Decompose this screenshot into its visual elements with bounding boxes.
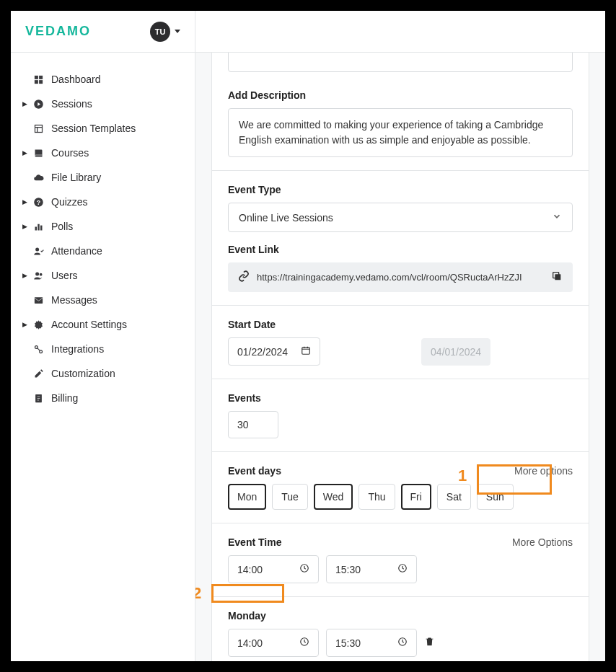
sidebar-item-sessions[interactable]: ▶Sessions bbox=[11, 92, 195, 116]
sidebar-item-polls[interactable]: ▶Polls bbox=[11, 214, 195, 239]
svg-rect-5 bbox=[35, 125, 42, 132]
app-frame: VEDAMO TU ▶Dashboard▶Sessions▶Session Te… bbox=[11, 11, 605, 661]
sidebar-item-label: Polls bbox=[51, 221, 73, 232]
day-button-thu[interactable]: Thu bbox=[358, 484, 395, 510]
sidebar-item-integrations[interactable]: ▶Integrations bbox=[11, 337, 195, 361]
end-date-display: 04/01/2024 bbox=[421, 338, 490, 366]
days-row: MonTueWedThuFriSatSun bbox=[228, 484, 573, 510]
billing-icon bbox=[32, 392, 44, 404]
question-icon: ? bbox=[32, 196, 44, 208]
day-button-tue[interactable]: Tue bbox=[272, 484, 308, 510]
event-type-label: Event Type bbox=[228, 184, 573, 195]
sidebar-item-label: Courses bbox=[51, 147, 89, 159]
svg-rect-14 bbox=[34, 297, 42, 304]
sidebar-item-customization[interactable]: ▶Customization bbox=[11, 361, 195, 386]
topbar: VEDAMO TU bbox=[11, 11, 605, 53]
sidebar-item-label: Customization bbox=[51, 368, 115, 379]
course-name-input[interactable]: English C1 Winter - Spring course 2024 bbox=[228, 53, 573, 72]
svg-rect-21 bbox=[302, 348, 310, 354]
sidebar-item-label: Account Settings bbox=[51, 319, 127, 330]
sidebar-item-quizzes[interactable]: ▶?Quizzes bbox=[11, 190, 195, 214]
svg-rect-8 bbox=[35, 226, 37, 230]
brand-logo: VEDAMO bbox=[25, 24, 91, 39]
integrations-icon bbox=[32, 343, 44, 355]
svg-rect-2 bbox=[34, 80, 38, 84]
sidebar-item-courses[interactable]: ▶Courses bbox=[11, 141, 195, 165]
sidebar-item-label: Attendance bbox=[51, 245, 102, 257]
template-icon bbox=[32, 123, 44, 134]
section-start-date: Start Date 01/22/2024 04/01/2024 bbox=[212, 305, 589, 379]
sidebar-item-users[interactable]: ▶Users bbox=[11, 263, 195, 288]
link-icon bbox=[238, 270, 250, 284]
form-card: English C1 Winter - Spring course 2024 A… bbox=[211, 53, 589, 661]
logo-cell: VEDAMO TU bbox=[11, 11, 195, 52]
event-time-more-options[interactable]: More Options bbox=[512, 536, 573, 548]
sidebar-item-session-templates[interactable]: ▶Session Templates bbox=[11, 116, 195, 141]
sidebar-item-label: Quizzes bbox=[51, 196, 88, 208]
book-icon bbox=[32, 147, 44, 159]
svg-point-11 bbox=[35, 247, 39, 251]
gear-icon bbox=[32, 319, 44, 330]
event-link-row: https://trainingacademy.vedamo.com/vcl/r… bbox=[228, 262, 573, 292]
events-label: Events bbox=[228, 392, 573, 404]
play-icon bbox=[32, 98, 44, 110]
calendar-icon bbox=[301, 345, 311, 358]
sidebar-item-label: Integrations bbox=[51, 343, 104, 355]
event-link-value: https://trainingacademy.vedamo.com/vcl/r… bbox=[257, 272, 544, 283]
sidebar-item-messages[interactable]: ▶Messages bbox=[11, 288, 195, 312]
end-date-value: 04/01/2024 bbox=[431, 346, 481, 358]
event-days-label: Event days bbox=[228, 465, 281, 477]
sidebar-item-attendance[interactable]: ▶Attendance bbox=[11, 239, 195, 263]
section-event-type: Event Type Online Live Sessions Event Li… bbox=[212, 170, 589, 305]
start-date-label: Start Date bbox=[228, 319, 573, 330]
chevron-down-icon bbox=[552, 211, 562, 224]
event-time-from-input[interactable]: 14:00 bbox=[228, 555, 319, 583]
sidebar-item-label: Session Templates bbox=[51, 123, 136, 134]
event-link-label: Event Link bbox=[228, 244, 573, 255]
sidebar-item-dashboard[interactable]: ▶Dashboard bbox=[11, 67, 195, 92]
day-button-sat[interactable]: Sat bbox=[437, 484, 471, 510]
section-monday: Monday 14:00 15:30 bbox=[212, 596, 589, 661]
event-days-more-options[interactable]: More options bbox=[514, 465, 573, 477]
tools-icon bbox=[32, 368, 44, 379]
chevron-right-icon: ▶ bbox=[22, 149, 30, 156]
main-content[interactable]: English C1 Winter - Spring course 2024 A… bbox=[195, 53, 605, 661]
cloud-icon bbox=[32, 172, 44, 183]
svg-rect-0 bbox=[34, 75, 38, 79]
monday-from-value: 14:00 bbox=[237, 637, 263, 649]
start-date-input[interactable]: 01/22/2024 bbox=[228, 337, 320, 366]
body: ▶Dashboard▶Sessions▶Session Templates▶Co… bbox=[11, 53, 605, 661]
description-label: Add Description bbox=[228, 89, 573, 101]
sidebar-item-billing[interactable]: ▶Billing bbox=[11, 386, 195, 410]
events-count-input[interactable]: 30 bbox=[228, 411, 278, 438]
svg-rect-1 bbox=[39, 75, 43, 79]
section-event-days: Event days More options MonTueWedThuFriS… bbox=[212, 451, 589, 523]
mail-icon bbox=[32, 294, 44, 306]
sidebar-item-label: Sessions bbox=[51, 98, 92, 110]
dashboard-icon bbox=[32, 74, 44, 85]
monday-to-value: 15:30 bbox=[335, 637, 361, 649]
sidebar-item-file-library[interactable]: ▶File Library bbox=[11, 165, 195, 190]
event-time-to-input[interactable]: 15:30 bbox=[326, 555, 417, 583]
event-type-select[interactable]: Online Live Sessions bbox=[228, 203, 573, 232]
annotation-number-1: 1 bbox=[458, 467, 467, 485]
copy-icon[interactable] bbox=[551, 270, 563, 284]
chevron-right-icon: ▶ bbox=[22, 223, 30, 230]
day-button-fri[interactable]: Fri bbox=[401, 484, 431, 510]
monday-from-input[interactable]: 14:00 bbox=[228, 629, 319, 657]
svg-rect-9 bbox=[38, 224, 40, 230]
day-button-mon[interactable]: Mon bbox=[228, 484, 266, 510]
day-button-wed[interactable]: Wed bbox=[314, 484, 353, 510]
svg-text:?: ? bbox=[36, 198, 40, 205]
event-time-to-value: 15:30 bbox=[335, 564, 361, 575]
day-button-sun[interactable]: Sun bbox=[477, 484, 514, 510]
user-menu[interactable]: TU bbox=[150, 22, 180, 42]
sidebar-item-account-settings[interactable]: ▶Account Settings bbox=[11, 312, 195, 337]
section-title-desc: English C1 Winter - Spring course 2024 A… bbox=[212, 53, 589, 170]
users-icon bbox=[32, 270, 44, 281]
delete-slot-button[interactable] bbox=[424, 636, 435, 650]
svg-rect-19 bbox=[555, 274, 560, 280]
monday-to-input[interactable]: 15:30 bbox=[326, 629, 417, 657]
description-textarea[interactable]: We are committed to making your experien… bbox=[228, 108, 573, 157]
monday-label: Monday bbox=[228, 610, 573, 622]
